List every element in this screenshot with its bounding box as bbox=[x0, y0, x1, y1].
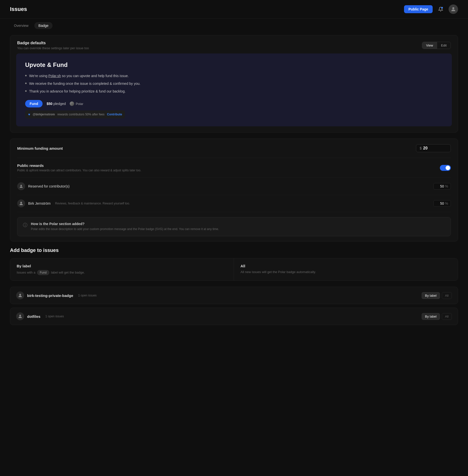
repo-actions-2: By label All bbox=[422, 313, 452, 320]
notifications-button[interactable] bbox=[436, 5, 445, 14]
svg-point-3 bbox=[20, 202, 22, 203]
repo2-all-button[interactable]: All bbox=[442, 313, 452, 320]
repo-avatar-1 bbox=[16, 291, 24, 299]
add-badge-section: Add badge to issues By label Issues with… bbox=[10, 247, 458, 325]
fund-badge: Fund bbox=[37, 270, 49, 275]
all-option[interactable]: All All new issues will get the Polar ba… bbox=[234, 258, 458, 281]
badge-defaults-header: Badge defaults You can override these se… bbox=[10, 35, 458, 53]
fund-row: Fund $50 pledged Polar bbox=[25, 100, 443, 107]
contributor-text: rewards contributors 50% after fees bbox=[57, 113, 104, 116]
bullet-dot bbox=[25, 90, 27, 92]
view-button[interactable]: View bbox=[422, 42, 437, 49]
badge-defaults-info: Badge defaults You can override these se… bbox=[17, 41, 89, 50]
author-percent: 50 bbox=[440, 201, 444, 205]
contribute-button[interactable]: Contribute bbox=[107, 113, 122, 116]
repo-row-1: birk-testing-private-badge 1 open issues… bbox=[10, 287, 458, 304]
all-title: All bbox=[240, 264, 451, 268]
contributor-name: Reserved for contributor(s) bbox=[28, 184, 70, 188]
contributor-avatar bbox=[17, 182, 25, 190]
person-icon bbox=[19, 184, 23, 189]
badge-defaults-title: Badge defaults bbox=[17, 41, 89, 45]
repo-issues-2: 1 open issues bbox=[45, 315, 64, 318]
info-box-title: How is the Polar section added? bbox=[31, 222, 219, 226]
avatar-icon bbox=[450, 6, 456, 12]
author-percent-wrap: 50 % bbox=[433, 200, 451, 207]
view-edit-group: View Edit bbox=[422, 42, 451, 49]
svg-point-0 bbox=[441, 7, 443, 9]
percent-sign: % bbox=[445, 184, 448, 188]
badge-preview-title: Upvote & Fund bbox=[25, 61, 443, 68]
svg-point-1 bbox=[452, 7, 454, 9]
polar-label: Polar bbox=[76, 102, 83, 106]
percent-sign: % bbox=[445, 201, 448, 205]
bullet-dot bbox=[25, 83, 27, 84]
repo2-by-label-button[interactable]: By label bbox=[422, 313, 440, 320]
dollar-sign: $ bbox=[420, 146, 422, 150]
avatar-button[interactable] bbox=[449, 4, 458, 14]
page-title: Issues bbox=[10, 6, 27, 12]
bullet-dot bbox=[25, 75, 27, 76]
polar-logo-row: Polar bbox=[70, 101, 83, 106]
info-box: ⓘ How is the Polar section added? Polar … bbox=[17, 217, 451, 236]
badge-defaults-subtitle: You can override these settings later pe… bbox=[17, 46, 89, 50]
contribute-row: ♥ @birkjernstrom rewards contributors 50… bbox=[25, 110, 125, 118]
contributor-username: @birkjernstrom bbox=[33, 113, 55, 116]
repo-issues-1: 1 open issues bbox=[78, 294, 97, 297]
edit-button[interactable]: Edit bbox=[437, 42, 451, 49]
main-content: Badge defaults You can override these se… bbox=[0, 33, 468, 338]
pledged-amount: $50 bbox=[47, 102, 52, 106]
repo-name-2: dotfiles bbox=[27, 314, 40, 319]
bell-icon bbox=[438, 7, 443, 12]
author-desc: Reviews, feedback & maintenance. Reward … bbox=[55, 202, 130, 205]
header-actions: Public Page bbox=[404, 4, 458, 14]
author-name: Birk Jernström bbox=[28, 201, 51, 205]
funding-amount-input[interactable] bbox=[423, 146, 443, 150]
tab-overview[interactable]: Overview bbox=[10, 22, 32, 29]
list-item: Thank you in advance for helping priorit… bbox=[25, 89, 443, 94]
info-box-body: Polar edits the issue description to add… bbox=[31, 227, 219, 232]
tabs-bar: Overview Badge bbox=[0, 19, 468, 33]
public-rewards-label: Public rewards bbox=[17, 163, 141, 168]
tab-badge[interactable]: Badge bbox=[34, 22, 52, 29]
by-label-desc: Issues with a Fund label will get the ba… bbox=[17, 270, 227, 275]
polar-link[interactable]: Polar.sh bbox=[48, 74, 61, 78]
badge-defaults-card: Badge defaults You can override these se… bbox=[10, 35, 458, 133]
fund-button[interactable]: Fund bbox=[25, 100, 43, 107]
repo-name-1: birk-testing-private-badge bbox=[27, 293, 73, 298]
repo-actions-1: By label All bbox=[422, 292, 452, 299]
badge-options-grid: By label Issues with a Fund label will g… bbox=[10, 258, 458, 281]
author-avatar bbox=[17, 199, 25, 207]
bullet-list: We're using Polar.sh so you can upvote a… bbox=[25, 73, 443, 94]
repo-icon-2 bbox=[18, 314, 23, 319]
minimum-funding-label: Minimum funding amount bbox=[17, 146, 63, 150]
by-label-title: By label bbox=[17, 264, 227, 268]
author-reward-row: Birk Jernström Reviews, feedback & maint… bbox=[17, 195, 451, 212]
pledged-text: pledged bbox=[53, 102, 66, 106]
public-rewards-row: Public rewards Public & upfront rewards … bbox=[17, 158, 451, 178]
repo-icon-1 bbox=[18, 293, 23, 298]
public-page-button[interactable]: Public Page bbox=[404, 5, 433, 13]
svg-point-4 bbox=[19, 294, 21, 296]
svg-point-5 bbox=[19, 315, 21, 317]
list-item: We're using Polar.sh so you can upvote a… bbox=[25, 73, 443, 79]
heart-icon: ♥ bbox=[28, 112, 30, 116]
badge-preview: Upvote & Fund We're using Polar.sh so yo… bbox=[16, 53, 452, 126]
all-desc: All new issues will get the Polar badge … bbox=[240, 270, 451, 274]
by-label-option[interactable]: By label Issues with a Fund label will g… bbox=[10, 258, 234, 281]
add-badge-title: Add badge to issues bbox=[10, 247, 458, 253]
repo-avatar-2 bbox=[16, 312, 24, 320]
contributor-reward-row: Reserved for contributor(s) 50 % bbox=[17, 178, 451, 195]
contributor-percent: 50 bbox=[440, 184, 444, 188]
list-item: We receive the funding once the issue is… bbox=[25, 81, 443, 86]
settings-card: Minimum funding amount $ Public rewards … bbox=[10, 139, 458, 241]
info-icon: ⓘ bbox=[23, 222, 27, 232]
funding-input-wrap: $ bbox=[416, 144, 451, 152]
public-rewards-toggle[interactable] bbox=[440, 165, 451, 171]
public-rewards-sublabel: Public & upfront rewards can attract con… bbox=[17, 169, 141, 172]
repo-row-2: dotfiles 1 open issues By label All bbox=[10, 308, 458, 325]
minimum-funding-row: Minimum funding amount $ bbox=[17, 139, 451, 158]
repo1-by-label-button[interactable]: By label bbox=[422, 292, 440, 299]
author-avatar-icon bbox=[19, 201, 24, 206]
svg-point-2 bbox=[20, 185, 22, 186]
repo1-all-button[interactable]: All bbox=[442, 292, 452, 299]
